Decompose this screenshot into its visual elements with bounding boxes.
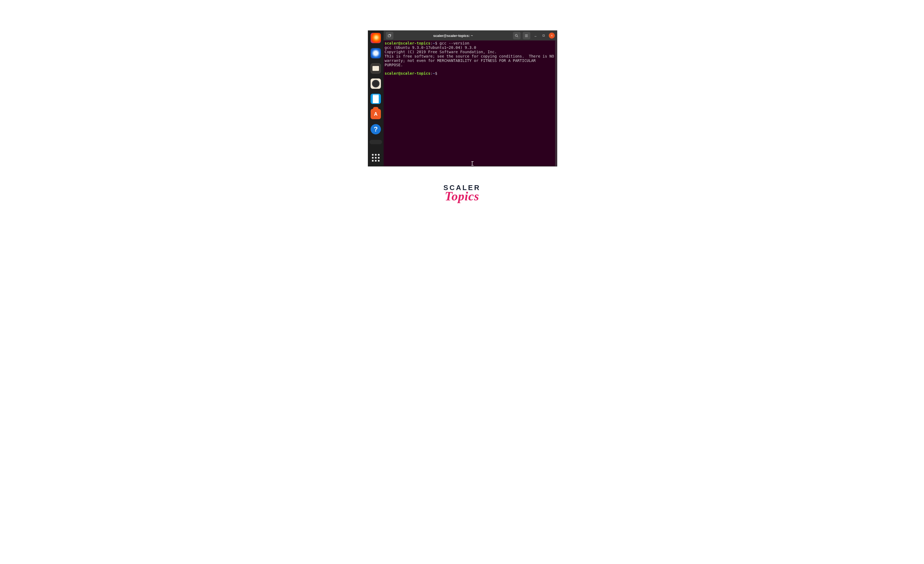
prompt-dollar: $ [435,71,437,75]
search-button[interactable] [513,32,520,39]
svg-rect-2 [543,35,544,36]
prompt-user: scaler@scaler-topics [385,41,430,45]
rhythmbox-icon[interactable] [370,78,381,89]
ubuntu-software-icon[interactable] [370,109,381,119]
firefox-icon[interactable] [370,33,381,43]
show-applications-icon[interactable] [370,153,381,163]
prompt-sep: : [430,41,432,45]
scaler-topics-logo: SCALER Topics [443,184,481,203]
prompt-line-2: scaler@scaler-topics:~$ [385,71,556,75]
close-button[interactable] [549,33,555,39]
dock: ? [368,31,384,166]
command-text: gcc --version [440,41,470,45]
logo-topics-text: Topics [443,190,481,203]
text-cursor-icon [472,161,472,166]
svg-point-1 [515,34,518,36]
prompt-line-1: scaler@scaler-topics:~$ gcc --version [385,41,556,45]
hamburger-menu-icon [524,34,528,38]
minimize-button[interactable] [532,33,538,39]
restore-icon [542,34,545,37]
svg-rect-0 [388,35,390,37]
terminal-body[interactable]: scaler@scaler-topics:~$ gcc --version gc… [384,40,557,166]
thunderbird-icon[interactable] [370,48,381,58]
new-tab-icon [387,34,392,38]
close-icon [550,34,553,37]
help-icon[interactable]: ? [370,124,381,135]
prompt-path: ~ [433,71,435,75]
files-icon[interactable] [370,63,381,73]
terminal-titlebar: scaler@scaler-topics: ~ [384,31,557,40]
new-tab-button[interactable] [386,32,393,39]
prompt-sep: : [430,71,432,75]
prompt-path: ~ [433,41,435,45]
command-output: gcc (Ubuntu 9.3.0-17ubuntu1~20.04) 9.3.0… [385,45,556,67]
logo-scaler-text: SCALER [443,184,481,191]
restore-button[interactable] [541,33,547,39]
prompt-user: scaler@scaler-topics [385,71,430,75]
prompt-dollar: $ [435,41,437,45]
terminal-window: scaler@scaler-topics: ~ [384,31,557,166]
search-icon [514,34,519,38]
menu-button[interactable] [523,32,530,39]
window-title: scaler@scaler-topics: ~ [396,34,511,38]
libreoffice-writer-icon[interactable] [370,94,381,104]
minimize-icon [534,34,537,37]
dock-partial-item[interactable] [369,140,382,144]
ubuntu-desktop: ? scaler@scaler-topics: ~ [368,30,557,166]
